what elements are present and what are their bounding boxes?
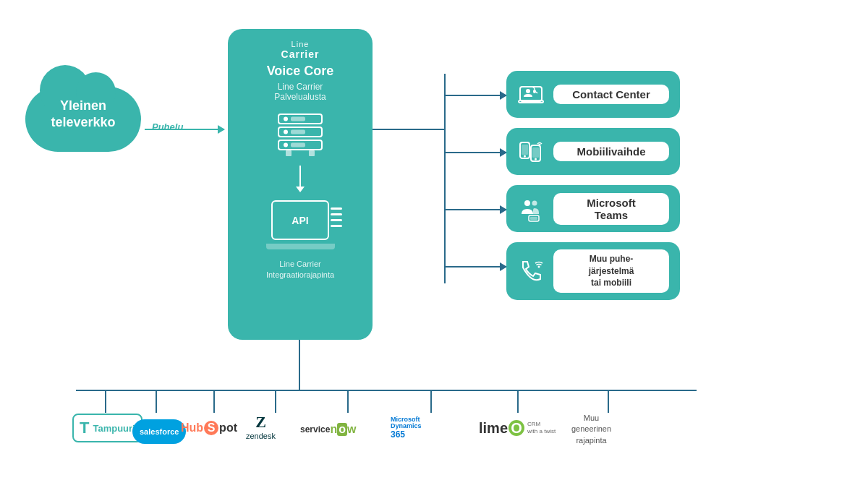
tampuuri-text: Tampuuri: [93, 423, 135, 434]
ms-teams-label: MicrosoftTeams: [553, 193, 669, 225]
bottom-vertical-connector: [299, 340, 300, 390]
drop-line-msdynamics: [430, 391, 432, 413]
server-icon: [275, 113, 326, 156]
svg-rect-11: [520, 87, 542, 101]
mobiilivaihde-label: Mobiilivaihde: [553, 142, 669, 161]
linecarrier-logo: Line Carrier: [281, 40, 320, 60]
svg-point-26: [538, 266, 540, 268]
voicecore-to-right-arrow: [373, 129, 445, 130]
logo-hubspot: HubSpot: [181, 414, 237, 442]
arrow-label: Puhelu: [152, 121, 183, 132]
drop-line-hubspot: [213, 391, 215, 413]
svg-rect-2: [291, 117, 305, 121]
service-box-ms-teams: MicrosoftTeams: [506, 185, 680, 232]
service-box-contact-center: Contact Center: [506, 71, 680, 118]
svg-point-22: [524, 200, 530, 206]
svg-point-1: [284, 117, 288, 121]
voice-core-box: Line Carrier Voice Core Line CarrierPalv…: [228, 29, 373, 340]
svg-rect-25: [530, 217, 537, 220]
svg-rect-8: [291, 143, 305, 147]
svg-line-15: [536, 92, 537, 93]
svg-point-23: [532, 200, 537, 205]
mobile-icon: [517, 138, 545, 166]
drop-line-tampuuri: [105, 391, 106, 413]
drop-line-generic: [608, 391, 609, 413]
drop-line-servicenow: [347, 391, 349, 413]
diagram-container: Yleinen televerkko Puhelu Line Carrier V…: [0, 0, 868, 488]
muu-puhe-label: Muu puhe-järjestelmätai mobiili: [553, 249, 669, 293]
branch-ms-teams: [444, 209, 506, 210]
drop-line-zendesk: [275, 391, 276, 413]
svg-rect-20: [532, 147, 539, 158]
svg-point-4: [284, 130, 288, 134]
branch-mobiilivaihde: [444, 152, 506, 153]
voice-core-subtitle: Line CarrierPalvelualusta: [274, 82, 326, 102]
right-vertical-connector: [444, 74, 446, 283]
logo-ms-dynamics: Microsoft Dynamics 365: [391, 414, 422, 442]
svg-point-18: [524, 155, 526, 157]
logo-generic: Muugeneerinenrajapinta: [571, 414, 611, 445]
bottom-horizontal-line: [76, 390, 697, 391]
contact-center-label: Contact Center: [553, 85, 669, 104]
cloud-label: Yleinen televerkko: [29, 98, 137, 132]
logo-limecrm: limeO CRMwith a twist: [479, 414, 556, 442]
svg-rect-9: [286, 150, 292, 156]
svg-point-13: [526, 89, 530, 93]
tampuuri-icon: T: [80, 419, 89, 437]
svg-rect-10: [309, 150, 315, 156]
drop-line-salesforce: [156, 391, 157, 413]
branch-muu-puhe: [444, 266, 506, 267]
voice-core-title: Voice Core: [267, 64, 334, 79]
api-box: API: [271, 200, 329, 240]
logo-tampuuri: T Tampuuri: [72, 414, 142, 442]
logo-zendesk: Z zendesk: [246, 411, 276, 442]
phone-icon: [517, 257, 545, 285]
voice-core-bottom-subtitle: Line Carrier Integraatiorajapinta: [266, 259, 334, 281]
svg-rect-14: [533, 90, 536, 93]
down-arrow-inner: [299, 166, 301, 187]
logo-servicenow: servicenow: [300, 415, 356, 444]
service-box-muu-puhe: Muu puhe-järjestelmätai mobiili: [506, 242, 680, 300]
svg-rect-5: [291, 130, 305, 134]
svg-point-7: [284, 143, 288, 147]
service-box-mobiilivaihde: Mobiilivaihde: [506, 128, 680, 175]
cloud-shape: Yleinen televerkko: [22, 72, 145, 159]
svg-rect-17: [522, 145, 528, 155]
cloud-to-voicecore-arrow: [145, 129, 224, 130]
svg-point-21: [535, 158, 537, 160]
drop-line-limecrm: [517, 391, 519, 413]
teams-icon: [517, 195, 545, 223]
logo-salesforce: salesforce: [132, 419, 186, 444]
branch-contact-center: [444, 95, 506, 96]
headset-icon: [517, 81, 545, 108]
